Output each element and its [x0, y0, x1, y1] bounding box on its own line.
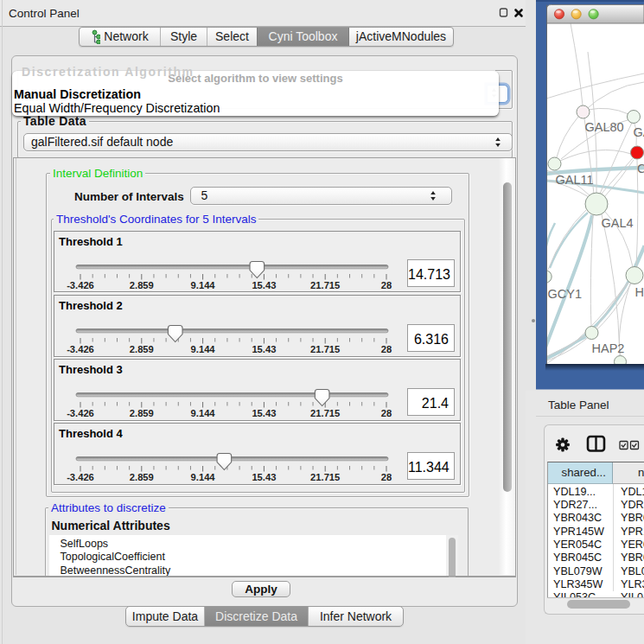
svg-text:15.43: 15.43	[252, 408, 276, 418]
svg-text:2.859: 2.859	[130, 280, 154, 290]
svg-text:GCY1: GCY1	[548, 287, 583, 301]
svg-text:-3.426: -3.426	[67, 408, 94, 418]
svg-text:15.43: 15.43	[252, 472, 276, 482]
svg-text:28: 28	[381, 344, 392, 354]
svg-text:GAL11: GAL11	[556, 173, 594, 187]
svg-text:21.715: 21.715	[310, 408, 340, 418]
svg-text:GAL4: GAL4	[602, 216, 634, 230]
svg-text:-3.426: -3.426	[67, 344, 94, 354]
svg-text:-3.426: -3.426	[67, 472, 94, 482]
svg-text:C: C	[637, 162, 644, 175]
svg-text:-3.426: -3.426	[67, 280, 94, 290]
svg-text:9.144: 9.144	[191, 408, 216, 418]
svg-text:2.859: 2.859	[130, 344, 154, 354]
svg-text:21.715: 21.715	[310, 280, 340, 290]
svg-text:21.715: 21.715	[310, 472, 340, 482]
svg-text:H: H	[635, 285, 644, 299]
svg-text:15.43: 15.43	[252, 280, 276, 290]
svg-text:9.144: 9.144	[191, 472, 216, 482]
svg-text:9.144: 9.144	[191, 280, 216, 290]
svg-text:15.43: 15.43	[252, 344, 276, 354]
svg-text:28: 28	[381, 280, 392, 290]
svg-text:GAL80: GAL80	[585, 120, 624, 134]
svg-text:28: 28	[381, 408, 392, 418]
svg-text:2.859: 2.859	[130, 408, 154, 418]
svg-text:28: 28	[381, 472, 392, 482]
svg-text:9.144: 9.144	[191, 344, 216, 354]
svg-text:21.715: 21.715	[310, 344, 340, 354]
svg-text:GA: GA	[634, 125, 644, 139]
svg-text:2.859: 2.859	[130, 472, 154, 482]
svg-text:HAP2: HAP2	[592, 341, 625, 355]
